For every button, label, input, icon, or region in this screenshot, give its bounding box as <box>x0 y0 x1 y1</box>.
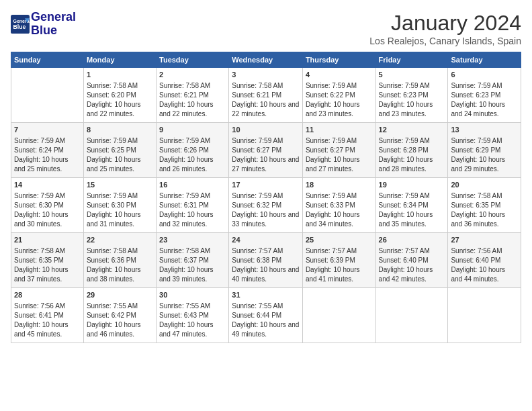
day-cell: 22Sunrise: 7:58 AMSunset: 6:36 PMDayligh… <box>83 233 156 288</box>
calendar-page: General Blue General Blue January 2024 L… <box>0 0 532 411</box>
logo-icon: General Blue <box>11 15 30 34</box>
sunset-text: Sunset: 6:25 PM <box>87 146 153 155</box>
sunset-text: Sunset: 6:21 PM <box>159 91 226 100</box>
sunrise-text: Sunrise: 7:59 AM <box>379 191 445 201</box>
day-number: 23 <box>159 235 226 245</box>
sunrise-text: Sunrise: 7:59 AM <box>379 136 445 146</box>
day-number: 15 <box>87 180 153 190</box>
day-number: 18 <box>306 180 373 190</box>
month-title: January 2024 <box>369 11 521 36</box>
day-number: 3 <box>232 70 300 80</box>
day-number: 8 <box>87 125 153 135</box>
weekday-header-thursday: Thursday <box>302 52 375 68</box>
logo-line1: General <box>31 10 76 24</box>
location: Los Realejos, Canary Islands, Spain <box>369 36 521 46</box>
daylight-text: Daylight: 10 hours and 22 minutes. <box>159 100 226 119</box>
week-row-2: 7Sunrise: 7:59 AMSunset: 6:24 PMDaylight… <box>11 123 521 178</box>
sunset-text: Sunset: 6:29 PM <box>451 146 518 155</box>
sunset-text: Sunset: 6:23 PM <box>451 91 518 100</box>
daylight-text: Daylight: 10 hours and 39 minutes. <box>159 265 226 284</box>
sunrise-text: Sunrise: 7:59 AM <box>159 191 226 201</box>
sunrise-text: Sunrise: 7:59 AM <box>451 136 518 146</box>
day-cell: 8Sunrise: 7:59 AMSunset: 6:25 PMDaylight… <box>83 123 156 178</box>
daylight-text: Daylight: 10 hours and 23 minutes. <box>379 100 445 119</box>
daylight-text: Daylight: 10 hours and 44 minutes. <box>451 265 518 284</box>
daylight-text: Daylight: 10 hours and 25 minutes. <box>14 155 81 174</box>
day-cell: 24Sunrise: 7:57 AMSunset: 6:38 PMDayligh… <box>229 233 303 288</box>
sunrise-text: Sunrise: 7:58 AM <box>159 81 226 91</box>
sunset-text: Sunset: 6:44 PM <box>232 311 300 320</box>
day-number: 13 <box>451 125 518 135</box>
day-number: 2 <box>159 70 226 80</box>
day-cell <box>302 288 375 343</box>
sunset-text: Sunset: 6:30 PM <box>87 201 153 210</box>
day-cell: 28Sunrise: 7:56 AMSunset: 6:41 PMDayligh… <box>11 288 84 343</box>
daylight-text: Daylight: 10 hours and 38 minutes. <box>87 265 153 284</box>
sunrise-text: Sunrise: 7:59 AM <box>232 136 300 146</box>
sunset-text: Sunset: 6:35 PM <box>451 201 518 210</box>
daylight-text: Daylight: 10 hours and 22 minutes. <box>87 100 153 119</box>
sunrise-text: Sunrise: 7:55 AM <box>87 302 153 311</box>
day-number: 14 <box>14 180 81 190</box>
day-number: 27 <box>451 235 518 245</box>
sunset-text: Sunset: 6:24 PM <box>14 146 81 155</box>
daylight-text: Daylight: 10 hours and 28 minutes. <box>379 155 445 174</box>
day-cell <box>11 68 84 123</box>
weekday-header-sunday: Sunday <box>11 52 84 68</box>
day-number: 7 <box>14 125 81 135</box>
sunset-text: Sunset: 6:31 PM <box>159 201 226 210</box>
sunrise-text: Sunrise: 7:59 AM <box>451 81 518 91</box>
weekday-header-tuesday: Tuesday <box>157 52 229 68</box>
sunset-text: Sunset: 6:37 PM <box>159 256 226 265</box>
day-cell: 14Sunrise: 7:59 AMSunset: 6:30 PMDayligh… <box>11 178 84 233</box>
daylight-text: Daylight: 10 hours and 45 minutes. <box>14 320 81 339</box>
calendar-table: SundayMondayTuesdayWednesdayThursdayFrid… <box>11 52 521 343</box>
week-row-1: 1Sunrise: 7:58 AMSunset: 6:20 PMDaylight… <box>11 68 521 123</box>
sunrise-text: Sunrise: 7:56 AM <box>14 302 81 311</box>
day-cell: 31Sunrise: 7:55 AMSunset: 6:44 PMDayligh… <box>229 288 303 343</box>
daylight-text: Daylight: 10 hours and 22 minutes. <box>232 100 300 119</box>
day-cell: 6Sunrise: 7:59 AMSunset: 6:23 PMDaylight… <box>448 68 521 123</box>
day-number: 24 <box>232 235 300 245</box>
weekday-header-monday: Monday <box>83 52 156 68</box>
logo-text: General Blue <box>31 11 76 38</box>
day-number: 19 <box>379 180 445 190</box>
logo: General Blue General Blue <box>11 11 76 38</box>
day-cell: 26Sunrise: 7:57 AMSunset: 6:40 PMDayligh… <box>375 233 448 288</box>
daylight-text: Daylight: 10 hours and 42 minutes. <box>379 265 445 284</box>
sunset-text: Sunset: 6:21 PM <box>232 91 300 100</box>
day-cell: 17Sunrise: 7:59 AMSunset: 6:32 PMDayligh… <box>229 178 303 233</box>
week-row-5: 28Sunrise: 7:56 AMSunset: 6:41 PMDayligh… <box>11 288 521 343</box>
day-number: 16 <box>159 180 226 190</box>
day-number: 31 <box>232 290 300 300</box>
day-cell: 13Sunrise: 7:59 AMSunset: 6:29 PMDayligh… <box>448 123 521 178</box>
sunrise-text: Sunrise: 7:59 AM <box>379 81 445 91</box>
sunset-text: Sunset: 6:39 PM <box>306 256 373 265</box>
day-number: 1 <box>87 70 153 80</box>
daylight-text: Daylight: 10 hours and 40 minutes. <box>232 265 300 284</box>
daylight-text: Daylight: 10 hours and 24 minutes. <box>451 100 518 119</box>
daylight-text: Daylight: 10 hours and 27 minutes. <box>306 155 373 174</box>
daylight-text: Daylight: 10 hours and 34 minutes. <box>306 210 373 229</box>
daylight-text: Daylight: 10 hours and 49 minutes. <box>232 320 300 339</box>
weekday-header-saturday: Saturday <box>448 52 521 68</box>
day-number: 17 <box>232 180 300 190</box>
day-cell: 1Sunrise: 7:58 AMSunset: 6:20 PMDaylight… <box>83 68 156 123</box>
day-number: 25 <box>306 235 373 245</box>
day-number: 26 <box>379 235 445 245</box>
sunrise-text: Sunrise: 7:59 AM <box>306 81 373 91</box>
sunset-text: Sunset: 6:27 PM <box>232 146 300 155</box>
sunset-text: Sunset: 6:42 PM <box>87 311 153 320</box>
sunset-text: Sunset: 6:32 PM <box>232 201 300 210</box>
day-number: 4 <box>306 70 373 80</box>
sunset-text: Sunset: 6:36 PM <box>87 256 153 265</box>
sunrise-text: Sunrise: 7:58 AM <box>451 191 518 201</box>
day-cell: 19Sunrise: 7:59 AMSunset: 6:34 PMDayligh… <box>375 178 448 233</box>
day-cell: 27Sunrise: 7:56 AMSunset: 6:40 PMDayligh… <box>448 233 521 288</box>
day-number: 12 <box>379 125 445 135</box>
daylight-text: Daylight: 10 hours and 37 minutes. <box>14 265 81 284</box>
day-cell: 11Sunrise: 7:59 AMSunset: 6:27 PMDayligh… <box>302 123 375 178</box>
day-number: 30 <box>159 290 226 300</box>
day-cell: 21Sunrise: 7:58 AMSunset: 6:35 PMDayligh… <box>11 233 84 288</box>
sunrise-text: Sunrise: 7:58 AM <box>159 246 226 256</box>
